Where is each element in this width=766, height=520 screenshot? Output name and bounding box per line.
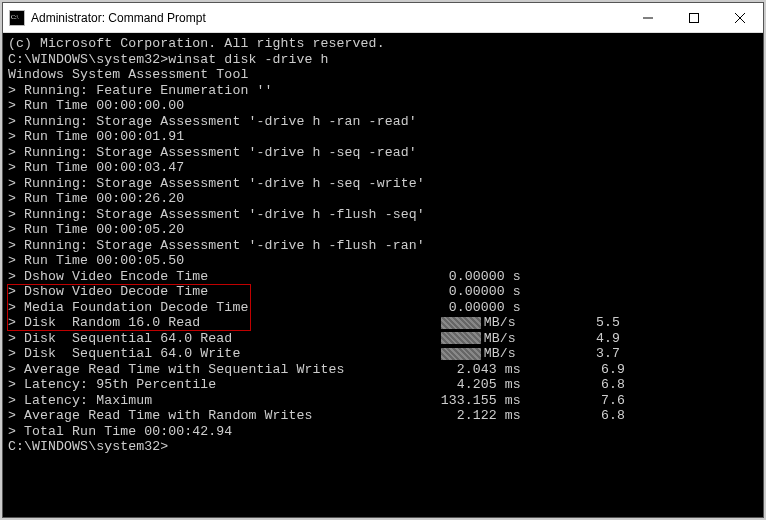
running-line: > Run Time 00:00:05.50 [8, 253, 758, 269]
result-line: > Disk Sequential 64.0 Read MB/s 4.9 [8, 331, 758, 347]
running-line: > Run Time 00:00:05.20 [8, 222, 758, 238]
result-line: > Dshow Video Decode Time 0.00000 s [8, 284, 758, 300]
running-line: > Run Time 00:00:00.00 [8, 98, 758, 114]
close-button[interactable] [717, 3, 763, 33]
result-line: > Media Foundation Decode Time 0.00000 s [8, 300, 758, 316]
redacted-value [441, 317, 481, 329]
copyright-line: (c) Microsoft Corporation. All rights re… [8, 36, 758, 52]
running-line: > Running: Feature Enumeration '' [8, 83, 758, 99]
result-line: > Dshow Video Encode Time 0.00000 s [8, 269, 758, 285]
result-line: > Latency: Maximum 133.155 ms 7.6 [8, 393, 758, 409]
tool-header: Windows System Assessment Tool [8, 67, 758, 83]
result-line: > Disk Random 16.0 Read MB/s 5.5 [8, 315, 758, 331]
running-line: > Run Time 00:00:03.47 [8, 160, 758, 176]
result-line: > Latency: 95th Percentile 4.205 ms 6.8 [8, 377, 758, 393]
maximize-button[interactable] [671, 3, 717, 33]
svg-rect-3 [690, 13, 699, 22]
terminal-output[interactable]: (c) Microsoft Corporation. All rights re… [3, 33, 763, 517]
running-line: > Running: Storage Assessment '-drive h … [8, 207, 758, 223]
minimize-button[interactable] [625, 3, 671, 33]
titlebar[interactable]: C:\ Administrator: Command Prompt [3, 3, 763, 33]
command-line: C:\WINDOWS\system32>winsat disk -drive h [8, 52, 758, 68]
running-line: > Running: Storage Assessment '-drive h … [8, 176, 758, 192]
redacted-value [441, 348, 481, 360]
svg-text:C:\: C:\ [11, 14, 19, 20]
result-line: > Average Read Time with Sequential Writ… [8, 362, 758, 378]
running-line: > Running: Storage Assessment '-drive h … [8, 114, 758, 130]
prompt-line: C:\WINDOWS\system32> [8, 439, 758, 455]
command-prompt-window: C:\ Administrator: Command Prompt (c) Mi… [2, 2, 764, 518]
running-line: > Running: Storage Assessment '-drive h … [8, 238, 758, 254]
redacted-value [441, 332, 481, 344]
result-line: > Disk Sequential 64.0 Write MB/s 3.7 [8, 346, 758, 362]
result-line: > Average Read Time with Random Writes 2… [8, 408, 758, 424]
running-line: > Run Time 00:00:01.91 [8, 129, 758, 145]
window-title: Administrator: Command Prompt [31, 11, 206, 25]
running-line: > Run Time 00:00:26.20 [8, 191, 758, 207]
cmd-icon: C:\ [9, 10, 25, 26]
total-runtime-line: > Total Run Time 00:00:42.94 [8, 424, 758, 440]
running-line: > Running: Storage Assessment '-drive h … [8, 145, 758, 161]
